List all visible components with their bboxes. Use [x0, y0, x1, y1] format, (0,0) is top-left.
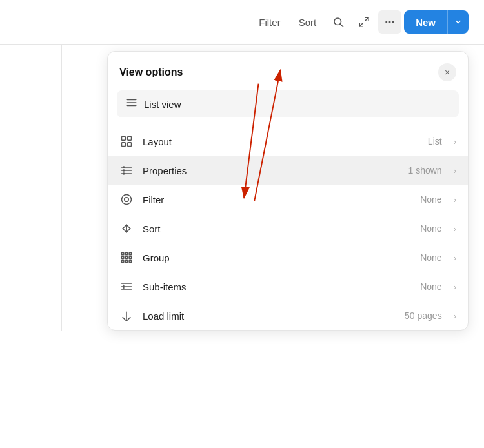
subitems-label: Sub-items — [143, 281, 411, 292]
group-row[interactable]: Group None › — [108, 243, 468, 272]
svg-rect-32 — [129, 260, 131, 262]
properties-value: 1 shown — [408, 165, 442, 176]
svg-rect-28 — [125, 256, 127, 258]
subitems-row[interactable]: Sub-items None › — [108, 272, 468, 301]
sort-row[interactable]: Sort None › — [108, 214, 468, 243]
resize-button[interactable] — [352, 10, 376, 34]
filter-button[interactable]: Filter — [251, 12, 288, 33]
svg-point-4 — [385, 21, 387, 23]
new-button-group: New — [404, 10, 469, 34]
close-icon: × — [445, 67, 450, 77]
group-icon — [119, 251, 134, 264]
filter-value: None — [420, 194, 441, 205]
layout-icon — [119, 135, 134, 148]
svg-rect-30 — [122, 260, 124, 262]
new-button[interactable]: New — [404, 10, 447, 34]
layout-label: Layout — [143, 136, 419, 147]
sort-button[interactable]: Sort — [291, 12, 325, 33]
loadlimit-label: Load limit — [143, 311, 396, 321]
sort-row-icon — [119, 222, 134, 235]
properties-row[interactable]: Properties 1 shown › — [108, 156, 468, 185]
subitems-icon — [119, 280, 134, 293]
group-label: Group — [143, 252, 411, 263]
svg-line-1 — [341, 24, 343, 26]
svg-point-18 — [123, 169, 125, 171]
resize-icon — [358, 16, 370, 28]
layout-chevron-icon: › — [454, 137, 456, 147]
filter-row-icon — [119, 193, 134, 206]
loadlimit-value: 50 pages — [405, 311, 442, 321]
svg-rect-11 — [128, 137, 132, 141]
group-value: None — [420, 252, 441, 263]
properties-chevron-icon: › — [454, 166, 456, 176]
left-border — [61, 45, 62, 331]
search-button[interactable] — [327, 10, 350, 34]
svg-point-20 — [122, 195, 132, 205]
svg-point-19 — [123, 172, 125, 174]
filter-row-label: Filter — [143, 194, 411, 205]
subitems-value: None — [420, 281, 441, 292]
toolbar: Filter Sort New — [0, 0, 484, 45]
svg-point-21 — [125, 198, 129, 202]
sort-value: None — [420, 223, 441, 234]
filter-row[interactable]: Filter None › — [108, 185, 468, 214]
filter-chevron-icon: › — [454, 195, 456, 205]
new-chevron-button[interactable] — [447, 10, 469, 34]
svg-rect-29 — [129, 256, 131, 258]
loadlimit-row[interactable]: Load limit 50 pages › — [108, 301, 468, 330]
close-button[interactable]: × — [438, 63, 456, 81]
search-icon — [332, 16, 344, 28]
load-icon — [119, 309, 134, 322]
properties-label: Properties — [143, 165, 399, 176]
list-view-label: List view — [144, 99, 450, 110]
chevron-down-icon — [454, 18, 462, 26]
properties-icon — [119, 164, 134, 177]
loadlimit-chevron-icon: › — [454, 311, 456, 321]
view-options-panel: View options × List view — [107, 51, 469, 331]
svg-rect-12 — [122, 143, 126, 147]
sort-chevron-icon: › — [454, 224, 456, 234]
svg-rect-10 — [122, 137, 126, 141]
subitems-chevron-icon: › — [454, 282, 456, 292]
list-view-icon — [126, 97, 137, 111]
panel-area: View options × List view — [0, 45, 484, 331]
panel-title: View options — [119, 66, 183, 78]
layout-row[interactable]: Layout List › — [108, 127, 468, 156]
svg-point-5 — [389, 21, 391, 23]
svg-rect-13 — [128, 143, 132, 147]
svg-rect-26 — [129, 253, 131, 255]
filter-label: Filter — [259, 17, 280, 28]
list-view-selector[interactable]: List view — [117, 90, 459, 117]
svg-rect-27 — [122, 256, 124, 258]
more-button[interactable] — [378, 10, 401, 34]
panel-header: View options × — [108, 52, 468, 90]
svg-rect-31 — [125, 260, 127, 262]
svg-rect-24 — [122, 253, 124, 255]
svg-rect-25 — [125, 253, 127, 255]
sort-label: Sort — [299, 17, 317, 28]
sort-row-label: Sort — [143, 223, 411, 234]
svg-point-17 — [123, 166, 125, 168]
group-chevron-icon: › — [454, 253, 456, 263]
svg-point-6 — [392, 21, 394, 23]
ellipsis-icon — [384, 16, 396, 28]
layout-value: List — [428, 136, 442, 147]
